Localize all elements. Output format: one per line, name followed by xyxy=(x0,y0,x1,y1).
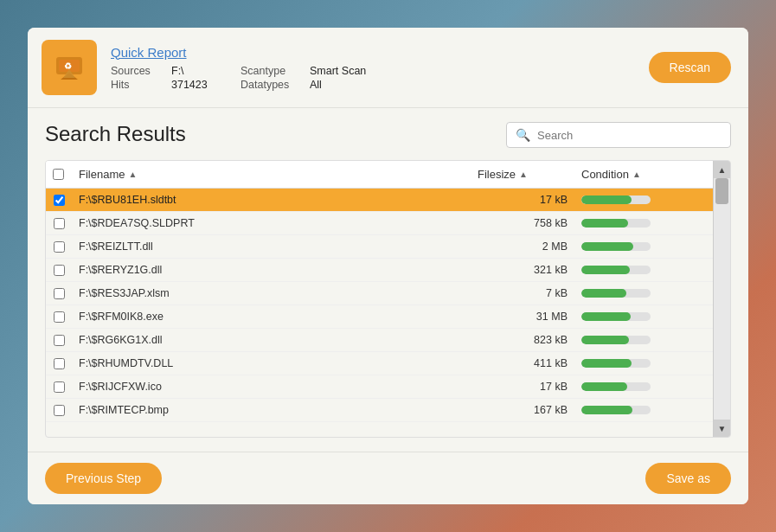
row-condition-7 xyxy=(574,359,696,368)
row-condition-9 xyxy=(574,406,696,414)
condition-bar-fill-4 xyxy=(581,289,626,298)
row-check-input-8[interactable] xyxy=(54,381,65,393)
header-info: Quick Report Sources F:\ Scantype Smart … xyxy=(111,45,635,91)
table-row[interactable]: F:\$RIMTECP.bmp 167 kB xyxy=(46,399,713,422)
filename-label: Filename xyxy=(79,168,125,181)
filesize-label: Filesize xyxy=(478,168,516,181)
row-check-input-0[interactable] xyxy=(54,195,65,206)
row-check-input-6[interactable] xyxy=(54,335,65,346)
row-condition-3 xyxy=(574,266,696,274)
row-check-input-2[interactable] xyxy=(54,241,65,253)
row-check-input-1[interactable] xyxy=(54,218,65,229)
row-check-input-9[interactable] xyxy=(54,405,65,416)
condition-bar-fill-0 xyxy=(581,195,632,204)
scroll-track xyxy=(714,178,730,420)
header-meta: Sources F:\ Scantype Smart Scan Hits 371… xyxy=(111,65,635,91)
row-filesize-8: 17 kB xyxy=(471,381,574,393)
save-as-button[interactable]: Save as xyxy=(645,463,731,494)
datatypes-value: All xyxy=(310,79,414,91)
scroll-up-button[interactable]: ▲ xyxy=(714,161,731,178)
row-condition-5 xyxy=(574,312,696,321)
row-filename-1: F:\$RDEA7SQ.SLDPRT xyxy=(72,217,471,229)
condition-bar-fill-9 xyxy=(581,406,632,414)
table-row[interactable]: F:\$RBU81EH.sldtbt 17 kB xyxy=(46,189,713,212)
row-filesize-2: 2 MB xyxy=(471,240,574,253)
condition-bar-bg-3 xyxy=(581,266,651,274)
table-body: F:\$RBU81EH.sldtbt 17 kB F:\$RDEA7SQ.SLD… xyxy=(46,189,713,437)
table-row[interactable]: F:\$RG6KG1X.dll 823 kB xyxy=(46,329,713,352)
card-content: Search Results 🔍 Filename ▲ xyxy=(28,108,748,452)
scroll-down-button[interactable]: ▼ xyxy=(714,420,731,437)
condition-bar-bg-4 xyxy=(581,289,651,298)
condition-bar-fill-7 xyxy=(581,359,632,368)
condition-bar-fill-6 xyxy=(581,336,629,344)
logo-icon: ♻ xyxy=(42,40,97,95)
table-row[interactable]: F:\$RDEA7SQ.SLDPRT 758 kB xyxy=(46,212,713,235)
header-filename[interactable]: Filename ▲ xyxy=(72,168,471,181)
row-filesize-3: 321 kB xyxy=(471,264,574,276)
row-filename-9: F:\$RIMTECP.bmp xyxy=(72,404,471,416)
row-condition-6 xyxy=(574,336,696,344)
row-filesize-7: 411 kB xyxy=(471,357,574,369)
row-filesize-6: 823 kB xyxy=(471,334,574,346)
condition-bar-fill-2 xyxy=(581,242,633,251)
condition-bar-bg-2 xyxy=(581,242,651,251)
search-input[interactable] xyxy=(537,129,721,142)
svg-text:♻: ♻ xyxy=(64,61,72,71)
row-check-input-5[interactable] xyxy=(54,311,65,323)
header-filesize[interactable]: Filesize ▲ xyxy=(471,168,574,181)
row-filename-2: F:\$REIZLTT.dll xyxy=(72,240,471,253)
rescan-button[interactable]: Rescan xyxy=(649,52,731,83)
row-condition-2 xyxy=(574,242,696,251)
row-filename-3: F:\$RERYZ1G.dll xyxy=(72,264,471,276)
row-filesize-1: 758 kB xyxy=(471,217,574,229)
condition-bar-fill-3 xyxy=(581,266,630,274)
quick-report-title[interactable]: Quick Report xyxy=(111,45,635,60)
row-filename-5: F:\$RFM0IK8.exe xyxy=(72,311,471,323)
sources-label: Sources xyxy=(111,65,171,77)
header-condition[interactable]: Condition ▲ xyxy=(574,168,696,181)
card-footer: Previous Step Save as xyxy=(28,452,748,504)
sources-value: F:\ xyxy=(171,65,240,77)
condition-bar-bg-8 xyxy=(581,382,651,391)
row-check-input-4[interactable] xyxy=(54,288,65,299)
table-row[interactable]: F:\$RERYZ1G.dll 321 kB xyxy=(46,259,713,282)
condition-bar-fill-5 xyxy=(581,312,631,321)
card-header: ♻ Quick Report Sources F:\ Scantype Smar… xyxy=(28,28,748,108)
table-row[interactable]: F:\$RFM0IK8.exe 31 MB xyxy=(46,305,713,329)
table-row[interactable]: F:\$RES3JAP.xlsm 7 kB xyxy=(46,282,713,305)
row-check-input-7[interactable] xyxy=(54,358,65,369)
previous-step-button[interactable]: Previous Step xyxy=(45,463,162,494)
table-row[interactable]: F:\$REIZLTT.dll 2 MB xyxy=(46,235,713,259)
select-all-checkbox[interactable] xyxy=(53,169,64,180)
condition-bar-bg-9 xyxy=(581,406,651,414)
section-title: Search Results xyxy=(45,122,186,146)
filesize-sort-icon: ▲ xyxy=(519,170,528,179)
search-bar: 🔍 xyxy=(506,122,731,148)
filename-sort-icon: ▲ xyxy=(128,170,137,179)
row-filename-4: F:\$RES3JAP.xlsm xyxy=(72,287,471,299)
hits-value: 371423 xyxy=(171,79,240,91)
row-filename-0: F:\$RBU81EH.sldtbt xyxy=(72,194,471,206)
row-check-input-3[interactable] xyxy=(54,265,65,276)
row-checkbox-5 xyxy=(46,311,72,323)
condition-bar-bg-6 xyxy=(581,336,651,344)
row-condition-8 xyxy=(574,382,696,391)
condition-bar-bg-7 xyxy=(581,359,651,368)
condition-bar-bg-5 xyxy=(581,312,651,321)
row-checkbox-3 xyxy=(46,265,72,276)
row-checkbox-4 xyxy=(46,288,72,299)
scantype-label: Scantype xyxy=(240,65,310,77)
scroll-handle[interactable] xyxy=(715,178,728,204)
row-checkbox-9 xyxy=(46,405,72,416)
scrollbar: ▲ ▼ xyxy=(713,161,730,437)
row-filename-8: F:\$RIJCFXW.ico xyxy=(72,381,471,393)
condition-bar-fill-1 xyxy=(581,219,628,228)
main-card: ♻ Quick Report Sources F:\ Scantype Smar… xyxy=(28,28,748,504)
row-checkbox-0 xyxy=(46,195,72,206)
row-filesize-4: 7 kB xyxy=(471,287,574,299)
table-main: Filename ▲ Filesize ▲ Condition ▲ xyxy=(46,161,713,437)
table-row[interactable]: F:\$RHUMDTV.DLL 411 kB xyxy=(46,352,713,375)
row-condition-1 xyxy=(574,219,696,228)
table-row[interactable]: F:\$RIJCFXW.ico 17 kB xyxy=(46,375,713,399)
